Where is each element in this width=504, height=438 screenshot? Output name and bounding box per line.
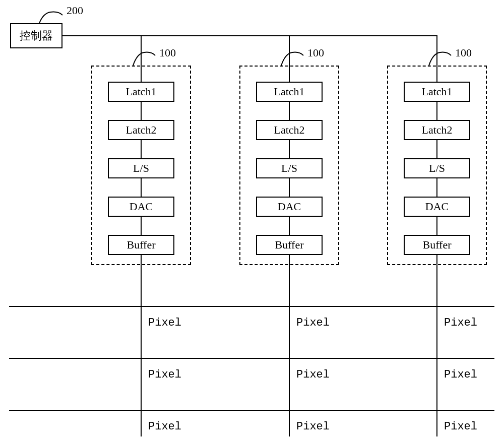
controller-box: 控制器 <box>10 23 62 48</box>
bus-line <box>62 35 437 36</box>
ch3-latch2: Latch2 <box>404 120 470 140</box>
pixel-r1-c1: Pixel <box>148 317 181 329</box>
ch3-buffer: Buffer <box>404 235 470 255</box>
pixel-r1-c3: Pixel <box>444 317 477 329</box>
ch3-dac: DAC <box>404 197 470 217</box>
ref-label-100-1: 100 <box>159 46 176 59</box>
ref-curve-100-1 <box>131 48 156 67</box>
ch3-ls: L/S <box>404 158 470 178</box>
col-line-2 <box>289 255 290 436</box>
col-line-1 <box>141 255 142 436</box>
ref-label-100-3: 100 <box>455 46 472 59</box>
ch1-latch1: Latch1 <box>108 82 174 102</box>
diagram-canvas: 200 控制器 100 100 100 Latch1 Latch2 L/S DA… <box>0 0 504 438</box>
row-line-2 <box>9 358 494 359</box>
ref-curve-100-2 <box>279 48 304 67</box>
ch1-ls: L/S <box>108 158 174 178</box>
ref-curve-200 <box>38 9 64 24</box>
col-line-3 <box>436 255 437 436</box>
pixel-r3-c3: Pixel <box>444 420 477 433</box>
pixel-r3-c2: Pixel <box>296 420 330 433</box>
ch1-latch2: Latch2 <box>108 120 174 140</box>
ch3-latch1: Latch1 <box>404 82 470 102</box>
pixel-r2-c3: Pixel <box>444 368 477 381</box>
ch1-buffer: Buffer <box>108 235 174 255</box>
pixel-r2-c2: Pixel <box>296 368 330 381</box>
ch2-latch2: Latch2 <box>256 120 323 140</box>
pixel-r1-c2: Pixel <box>296 317 330 329</box>
ch2-buffer: Buffer <box>256 235 323 255</box>
ch1-dac: DAC <box>108 197 174 217</box>
ch2-dac: DAC <box>256 197 323 217</box>
ch2-latch1: Latch1 <box>256 82 323 102</box>
pixel-r2-c1: Pixel <box>148 368 181 381</box>
ref-curve-100-3 <box>427 48 452 67</box>
ch2-ls: L/S <box>256 158 323 178</box>
row-line-3 <box>9 410 494 411</box>
ref-label-100-2: 100 <box>307 46 324 59</box>
ref-label-200: 200 <box>67 4 83 17</box>
controller-label: 控制器 <box>20 28 53 43</box>
pixel-r3-c1: Pixel <box>148 420 181 433</box>
row-line-1 <box>9 306 494 307</box>
